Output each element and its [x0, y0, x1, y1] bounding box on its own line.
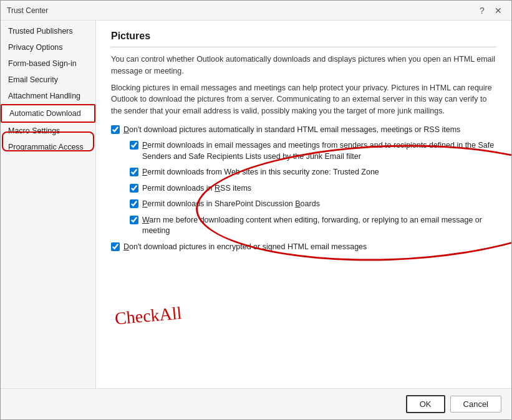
cancel-button[interactable]: Cancel — [450, 396, 501, 413]
description-block: You can control whether Outlook automati… — [111, 54, 496, 117]
sub-checkboxes: Permit downloads in email messages and m… — [130, 140, 496, 237]
checkbox-label-sub1: Permit downloads in email messages and m… — [142, 140, 496, 162]
checkbox-item-sub3: Permit downloads in RSS items — [130, 183, 496, 194]
trust-center-dialog: Trust Center ? ✕ Trusted Publishers Priv… — [0, 0, 512, 420]
description-text-1: You can control whether Outlook automati… — [111, 54, 496, 77]
sidebar-item-programmatic-access[interactable]: Programmatic Access — [1, 139, 95, 155]
sidebar-item-form-based-sign-in[interactable]: Form-based Sign-in — [1, 55, 95, 72]
sidebar-item-privacy-options[interactable]: Privacy Options — [1, 39, 95, 55]
checkbox-item-sub4: Permit downloads in SharePoint Discussio… — [130, 199, 496, 210]
content-area: Pictures You can control whether Outlook… — [96, 21, 511, 388]
checkbox-sub5[interactable] — [130, 216, 138, 224]
checkbox-sub2[interactable] — [130, 168, 138, 176]
checkbox-item-sub1: Permit downloads in email messages and m… — [130, 140, 496, 162]
help-button[interactable]: ? — [475, 4, 489, 17]
sidebar-item-attachment-handling[interactable]: Attachment Handling — [1, 88, 95, 104]
checkbox-sub1[interactable] — [130, 141, 138, 150]
checkbox-group-main: Don't download pictures automatically in… — [111, 125, 496, 253]
checkbox-label-main1: Don't download pictures automatically in… — [123, 125, 460, 136]
sidebar-item-macro-settings[interactable]: Macro Settings — [1, 123, 95, 139]
content-title: Pictures — [111, 31, 496, 47]
sidebar-item-trusted-publishers[interactable]: Trusted Publishers — [1, 23, 95, 39]
checkbox-sub4[interactable] — [130, 199, 138, 208]
checkbox-main1[interactable] — [111, 125, 120, 134]
dialog-footer: OK Cancel — [1, 388, 511, 419]
checkbox-label-sub5: Warn me before downloading content when … — [142, 215, 496, 237]
sidebar: Trusted Publishers Privacy Options Form-… — [1, 21, 96, 388]
checkbox-item-sub2: Permit downloads from Web sites in this … — [130, 167, 496, 178]
dialog-title: Trust Center — [7, 6, 48, 15]
checkbox-item-main1: Don't download pictures automatically in… — [111, 125, 496, 136]
titlebar-buttons: ? ✕ — [475, 4, 505, 17]
checkbox-label-sub4: Permit downloads in SharePoint Discussio… — [142, 199, 320, 210]
ok-button[interactable]: OK — [406, 395, 445, 413]
checkbox-main2[interactable] — [111, 242, 120, 251]
titlebar: Trust Center ? ✕ — [1, 1, 511, 21]
checkall-annotation: CheckAll — [114, 303, 183, 328]
close-button[interactable]: ✕ — [491, 4, 505, 17]
checkbox-label-sub3: Permit downloads in RSS items — [142, 183, 251, 194]
checkbox-label-sub2: Permit downloads from Web sites in this … — [142, 167, 379, 178]
checkbox-item-main2: Don't download pictures in encrypted or … — [111, 242, 496, 253]
sidebar-item-email-security[interactable]: Email Security — [1, 72, 95, 88]
checkbox-item-sub5: Warn me before downloading content when … — [130, 215, 496, 237]
sidebar-item-automatic-download[interactable]: Automatic Download — [1, 104, 95, 123]
description-text-2: Blocking pictures in email messages and … — [111, 82, 496, 117]
checkbox-sub3[interactable] — [130, 184, 138, 193]
dialog-body: Trusted Publishers Privacy Options Form-… — [1, 21, 511, 388]
checkbox-label-main2: Don't download pictures in encrypted or … — [123, 242, 367, 253]
